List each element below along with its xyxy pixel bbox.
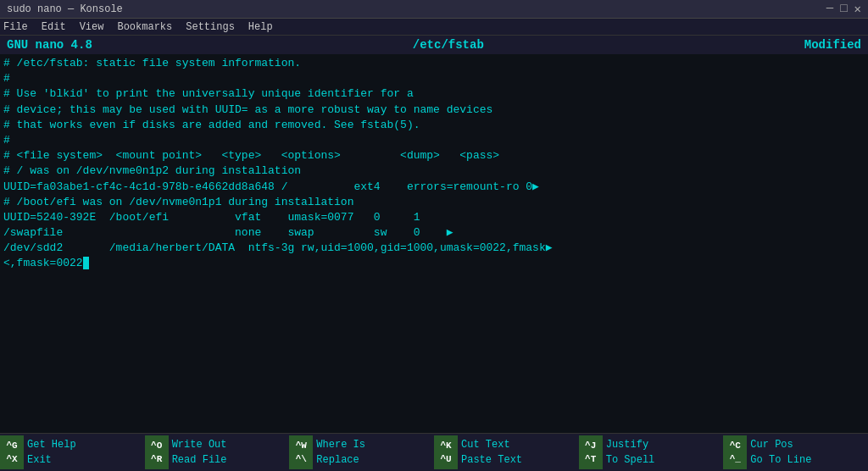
nano-app-version: GNU nano 4.8	[7, 38, 92, 52]
shortcut-key-j-t: ^J ^T	[579, 435, 603, 469]
shortcut-label-replace: Replace	[316, 452, 365, 468]
shortcut-cut-text: ^K ^U Cut Text Paste Text	[434, 435, 579, 469]
key-ctrl-w: ^W	[296, 439, 307, 453]
key-ctrl-x: ^X	[6, 452, 17, 467]
maximize-button[interactable]: □	[840, 2, 847, 16]
menu-edit[interactable]: Edit	[42, 21, 66, 33]
shortcut-desc-k-u: Cut Text Paste Text	[458, 435, 526, 469]
menu-view[interactable]: View	[80, 21, 104, 33]
key-ctrl-underscore: ^_	[730, 452, 741, 467]
menu-settings[interactable]: Settings	[186, 21, 235, 33]
titlebar-controls[interactable]: ─ □ ✕	[826, 2, 861, 16]
key-ctrl-j: ^J	[585, 439, 596, 453]
shortcut-label-cut-text: Cut Text	[461, 437, 522, 452]
nano-header: GNU nano 4.8 /etc/fstab Modified	[0, 36, 868, 54]
key-ctrl-t: ^T	[585, 452, 596, 467]
editor-line-7: # <file system> <mount point> <type> <op…	[3, 148, 865, 163]
key-ctrl-o: ^O	[151, 439, 162, 453]
editor-line-14: <,fmask=0022	[3, 256, 865, 271]
shortcut-key-c-underscore: ^C ^_	[723, 435, 747, 469]
menu-bookmarks[interactable]: Bookmarks	[117, 21, 172, 33]
editor-line-13: /dev/sdd2 /media/herbert/DATA ntfs-3g rw…	[3, 241, 865, 256]
key-ctrl-r: ^R	[151, 452, 162, 467]
key-ctrl-backslash: ^\	[296, 452, 307, 467]
shortcut-get-help: ^G ^X Get Help Exit	[0, 435, 145, 469]
shortcut-label-where-is: Where Is	[316, 437, 365, 452]
editor-line-12: /swapfile none swap sw 0 ▶	[3, 225, 865, 241]
shortcut-key-g-x: ^G ^X	[0, 435, 24, 469]
shortcut-desc-c-underscore: Cur Pos Go To Line	[747, 435, 815, 469]
shortcut-write-out: ^O ^R Write Out Read File	[145, 435, 290, 469]
shortcut-label-cur-pos: Cur Pos	[750, 437, 811, 452]
menu-help[interactable]: Help	[248, 21, 273, 33]
shortcut-label-paste-text: Paste Text	[461, 452, 522, 468]
shortcut-label-write-out: Write Out	[172, 437, 227, 452]
editor-line-1: # /etc/fstab: static file system informa…	[3, 56, 865, 71]
editor-line-8: # / was on /dev/nvme0n1p2 during install…	[3, 163, 865, 179]
shortcut-where-is: ^W ^\ Where Is Replace	[289, 435, 434, 469]
titlebar-title: sudo nano — Konsole	[7, 3, 123, 15]
editor-line-10: # /boot/efi was on /dev/nvme0n1p1 during…	[3, 195, 865, 210]
editor-line-11: UUID=5240-392E /boot/efi vfat umask=0077…	[3, 210, 865, 225]
editor-line-4: # device; this may be used with UUID= as…	[3, 103, 865, 118]
shortcut-desc-j-t: Justify To Spell	[603, 435, 659, 469]
editor-area[interactable]: # /etc/fstab: static file system informa…	[0, 54, 868, 433]
nano-filename: /etc/fstab	[413, 38, 484, 52]
shortcut-key-k-u: ^K ^U	[434, 435, 458, 469]
titlebar: sudo nano — Konsole ─ □ ✕	[0, 0, 868, 19]
shortcut-desc-w-backslash: Where Is Replace	[313, 435, 369, 469]
editor-line-2: #	[3, 71, 865, 86]
shortcut-key-w-backslash: ^W ^\	[289, 435, 313, 469]
key-ctrl-c: ^C	[730, 439, 741, 453]
shortcut-desc-g-x: Get Help Exit	[24, 435, 80, 469]
editor-line-6: #	[3, 133, 865, 148]
nano-modified-status: Modified	[804, 38, 861, 52]
text-cursor	[83, 257, 90, 269]
shortcut-justify: ^J ^T Justify To Spell	[579, 435, 724, 469]
shortcut-cur-pos: ^C ^_ Cur Pos Go To Line	[723, 435, 868, 469]
key-ctrl-k: ^K	[440, 439, 451, 453]
shortcut-label-justify: Justify	[606, 437, 655, 452]
menu-file[interactable]: File	[3, 21, 28, 33]
key-ctrl-u: ^U	[440, 452, 451, 467]
shortcut-bar: ^G ^X Get Help Exit ^O ^R Write Out Read…	[0, 433, 868, 471]
shortcut-label-exit: Exit	[27, 452, 76, 468]
shortcut-label-go-to-line: Go To Line	[750, 452, 811, 468]
minimize-button[interactable]: ─	[826, 2, 833, 16]
editor-line-3: # Use 'blkid' to print the universally u…	[3, 86, 865, 102]
menubar: File Edit View Bookmarks Settings Help	[0, 19, 868, 36]
shortcut-key-o-r: ^O ^R	[145, 435, 169, 469]
editor-line-5: # that works even if disks are added and…	[3, 118, 865, 133]
shortcut-desc-o-r: Write Out Read File	[169, 435, 231, 469]
shortcut-label-get-help: Get Help	[27, 437, 76, 452]
shortcut-label-to-spell: To Spell	[606, 452, 655, 468]
key-ctrl-g: ^G	[6, 439, 17, 453]
close-button[interactable]: ✕	[854, 2, 861, 16]
editor-line-9: UUID=fa03abe1-cf4c-4c1d-978b-e4662dd8a64…	[3, 180, 865, 195]
shortcut-label-read-file: Read File	[172, 452, 227, 468]
